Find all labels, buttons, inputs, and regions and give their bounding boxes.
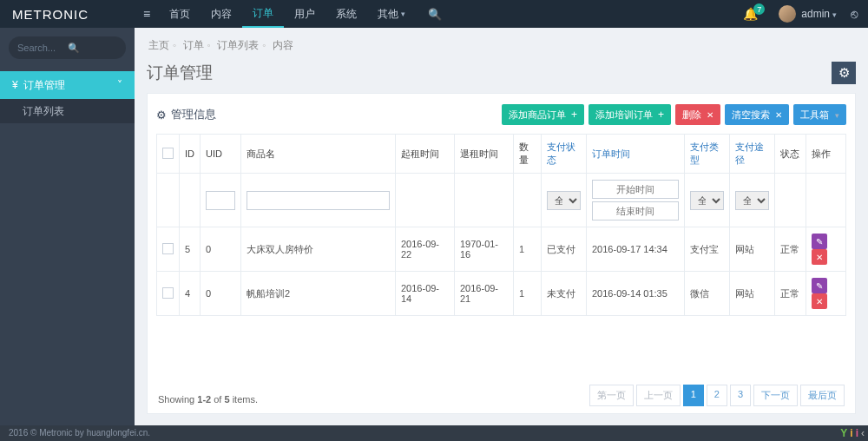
yen-icon: ¥ xyxy=(12,79,18,91)
chevron-down-icon: ˅ xyxy=(117,79,122,91)
menu-toggle-icon[interactable]: ≡ xyxy=(135,7,159,21)
logout-icon[interactable]: ⎋ xyxy=(844,7,868,21)
col-state[interactable]: 状态 xyxy=(775,135,806,174)
pager: 第一页 上一页 1 2 3 下一页 最后页 xyxy=(589,385,845,406)
col-name[interactable]: 商品名 xyxy=(241,135,396,174)
panel-toolbar: 添加商品订单 添加培训订单 删除 清空搜索 工具箱 xyxy=(502,104,846,125)
username-label: admin xyxy=(801,8,830,20)
col-start[interactable]: 起租时间 xyxy=(396,135,455,174)
delete-button[interactable]: 删除 xyxy=(675,104,720,125)
footer: 2016 © Metronic by huanglongfei.cn. xyxy=(0,425,868,441)
sidebar-item-label: 订单管理 xyxy=(23,78,65,93)
row-checkbox[interactable] xyxy=(162,287,174,299)
gear-icon: ⚙ xyxy=(156,109,167,122)
sidebar-search[interactable]: Search... 🔍 xyxy=(9,36,126,59)
sidebar-sub-order-list[interactable]: 订单列表 xyxy=(0,99,135,123)
table-header-row: ID UID 商品名 起租时间 退租时间 数量 支付状态 订单时间 支付类型 支… xyxy=(157,135,846,174)
page-first[interactable]: 第一页 xyxy=(589,385,634,406)
filter-paytype-select[interactable]: 全部 xyxy=(690,191,724,210)
col-ordertime[interactable]: 订单时间 xyxy=(592,148,630,159)
panel-title: ⚙ 管理信息 xyxy=(156,107,216,122)
sidebar-search-placeholder: Search... xyxy=(17,43,68,53)
col-payway[interactable]: 支付途径 xyxy=(735,142,764,165)
search-icon: 🔍 xyxy=(68,43,118,54)
settings-gear-icon[interactable]: ⚙ xyxy=(832,62,856,84)
breadcrumb: 主页◦ 订单◦ 订单列表◦ 内容 xyxy=(147,36,856,62)
clear-search-button[interactable]: 清空搜索 xyxy=(725,104,789,125)
nav-system[interactable]: 系统 xyxy=(326,0,367,28)
edit-icon[interactable]: ✎ xyxy=(812,234,827,249)
sidebar: Search... 🔍 ¥ 订单管理 ˅ 订单列表 xyxy=(0,28,135,441)
col-id[interactable]: ID xyxy=(180,135,201,174)
tools-button[interactable]: 工具箱 xyxy=(793,104,846,125)
nav-content[interactable]: 内容 xyxy=(201,0,242,28)
row-checkbox[interactable] xyxy=(162,243,174,254)
notifications-badge: 7 xyxy=(753,3,765,15)
filter-paystate-select[interactable]: 全部 xyxy=(547,191,581,210)
delete-icon[interactable]: ✕ xyxy=(812,249,827,265)
filter-name-input[interactable] xyxy=(247,191,390,210)
page-title: 订单管理 xyxy=(147,62,213,84)
topbar-right: 🔔7 admin ⎋ xyxy=(734,0,868,28)
crumb-content[interactable]: 内容 xyxy=(273,39,293,51)
col-paystate[interactable]: 支付状态 xyxy=(547,142,575,165)
col-qty[interactable]: 数量 xyxy=(514,135,542,174)
nav-users[interactable]: 用户 xyxy=(284,0,326,28)
crumb-orders[interactable]: 订单 xyxy=(183,39,204,51)
table-row: 4 0 帆船培训2 2016-09-14 2016-09-21 1 未支付 20… xyxy=(157,272,846,316)
col-end[interactable]: 退租时间 xyxy=(455,135,514,174)
sidebar-item-orders[interactable]: ¥ 订单管理 ˅ xyxy=(0,71,135,99)
page-header: 订单管理 ⚙ xyxy=(147,62,856,84)
nav-other[interactable]: 其他 xyxy=(367,0,416,28)
filter-enddate-input[interactable] xyxy=(592,201,679,220)
add-goods-order-button[interactable]: 添加商品订单 xyxy=(502,104,584,125)
table-filter-row: 全部 全部 全部 xyxy=(157,174,846,227)
orders-table: ID UID 商品名 起租时间 退租时间 数量 支付状态 订单时间 支付类型 支… xyxy=(156,134,846,316)
avatar xyxy=(779,5,796,23)
notifications-icon[interactable]: 🔔7 xyxy=(734,7,766,21)
nav-orders[interactable]: 订单 xyxy=(242,0,284,28)
edit-icon[interactable]: ✎ xyxy=(812,278,827,293)
col-op: 操作 xyxy=(806,135,846,174)
page-1[interactable]: 1 xyxy=(683,385,704,406)
crumb-home[interactable]: 主页 xyxy=(148,39,169,51)
crumb-list[interactable]: 订单列表 xyxy=(217,39,259,51)
filter-uid-input[interactable] xyxy=(206,191,235,210)
page-2[interactable]: 2 xyxy=(707,385,727,406)
add-training-order-button[interactable]: 添加培训订单 xyxy=(589,104,671,125)
delete-icon[interactable]: ✕ xyxy=(812,293,827,309)
top-nav: 首页 内容 订单 用户 系统 其他 xyxy=(159,0,416,28)
page-next[interactable]: 下一页 xyxy=(753,385,798,406)
logo[interactable]: METRONIC xyxy=(0,7,135,22)
filter-payway-select[interactable]: 全部 xyxy=(735,191,769,210)
content-area: 主页◦ 订单◦ 订单列表◦ 内容 订单管理 ⚙ ⚙ 管理信息 添加商品订单 添加… xyxy=(135,28,868,425)
topbar: METRONIC ≡ 首页 内容 订单 用户 系统 其他 🔍 🔔7 admin … xyxy=(0,0,868,28)
col-uid[interactable]: UID xyxy=(201,135,241,174)
page-last[interactable]: 最后页 xyxy=(800,385,845,406)
col-paytype[interactable]: 支付类型 xyxy=(690,142,719,165)
panel: ⚙ 管理信息 添加商品订单 添加培训订单 删除 清空搜索 工具箱 ID UID … xyxy=(147,93,856,414)
panel-header: ⚙ 管理信息 添加商品订单 添加培训订单 删除 清空搜索 工具箱 xyxy=(156,102,846,134)
page-3[interactable]: 3 xyxy=(730,385,751,406)
filter-startdate-input[interactable] xyxy=(592,180,679,199)
top-search-icon[interactable]: 🔍 xyxy=(416,8,454,21)
select-all-checkbox[interactable] xyxy=(162,148,174,159)
yii-badge[interactable]: Yii‹ xyxy=(840,427,865,439)
nav-home[interactable]: 首页 xyxy=(159,0,201,28)
showing-label: Showing 1-2 of 5 items. xyxy=(158,394,258,405)
page-prev[interactable]: 上一页 xyxy=(636,385,681,406)
table-row: 5 0 大床双人房特价 2016-09-22 1970-01-16 1 已支付 … xyxy=(157,227,846,272)
user-menu[interactable]: admin xyxy=(766,5,844,23)
